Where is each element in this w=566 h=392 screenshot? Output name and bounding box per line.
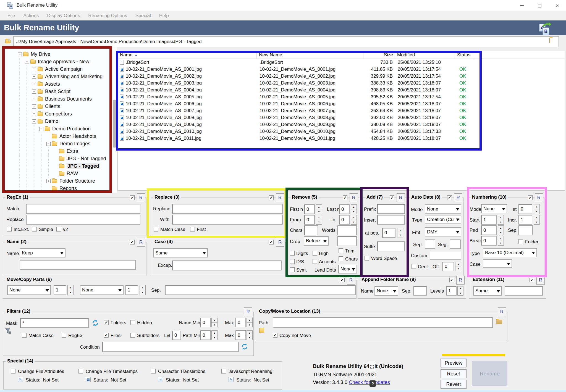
tree-item[interactable]: −Demo Production — [2, 125, 117, 133]
expand-icon[interactable]: + — [32, 67, 36, 71]
add-enable-checkbox[interactable] — [390, 195, 394, 200]
filters-path-max-stepper[interactable] — [247, 330, 253, 340]
add-prefix-input[interactable] — [377, 204, 405, 214]
numbering-start-input[interactable] — [481, 215, 497, 225]
filter-icon[interactable] — [5, 328, 11, 334]
numbering-start-stepper[interactable] — [498, 215, 504, 225]
tree-item[interactable]: −Demo — [2, 118, 117, 125]
up-folder-button[interactable]: ↑ — [3, 37, 12, 46]
numbering-incr-stepper[interactable] — [534, 215, 540, 225]
tree-item[interactable]: +Competitors — [2, 110, 117, 118]
special-translations-checkbox[interactable] — [151, 369, 156, 373]
expand-icon[interactable]: + — [46, 179, 51, 183]
auto-date-fmt-select[interactable]: DMY — [425, 227, 461, 236]
numbering-break-input[interactable] — [481, 236, 497, 246]
copy-move-path-input[interactable] — [273, 317, 493, 328]
add-at-pos-input[interactable] — [382, 228, 395, 238]
regex-simple-checkbox[interactable] — [32, 227, 37, 231]
numbering-pad-stepper[interactable] — [498, 225, 504, 235]
close-button[interactable]: × — [548, 0, 566, 11]
auto-date-enable-checkbox[interactable] — [447, 195, 452, 200]
tree-item[interactable]: RAW — [2, 170, 117, 177]
tree-item[interactable]: Extra — [2, 148, 117, 155]
append-folder-levels-input[interactable] — [446, 286, 457, 296]
numbering-break-stepper[interactable] — [498, 236, 504, 246]
filters-files-checkbox[interactable] — [104, 333, 109, 338]
collapse-icon[interactable]: − — [18, 52, 22, 56]
filters-path-min-stepper[interactable] — [211, 330, 218, 340]
expand-icon[interactable]: + — [32, 97, 36, 101]
tree-item[interactable]: +Bash Script — [2, 88, 117, 95]
tree-item[interactable]: −My Drive — [2, 51, 117, 58]
numbering-mode-select[interactable]: None — [481, 204, 507, 213]
remove-chars-checkbox[interactable] — [339, 256, 343, 261]
move-copy-sep-input[interactable] — [165, 285, 356, 295]
numbering-type-select[interactable]: Base 10 (Decimal) — [483, 248, 537, 257]
collapse-icon[interactable]: − — [32, 119, 36, 123]
special-timestamps-checkbox[interactable] — [78, 369, 83, 373]
menu-actions[interactable]: Actions — [19, 13, 43, 19]
menu-display-options[interactable]: Display Options — [43, 13, 84, 19]
auto-date-cent-checkbox[interactable] — [412, 264, 416, 269]
case-exceptions-input[interactable] — [172, 261, 282, 270]
preview-button[interactable]: Preview — [441, 359, 467, 367]
menu-renaming-options[interactable]: Renaming Options — [84, 13, 131, 19]
move-copy-n2-input[interactable] — [125, 285, 138, 295]
expand-icon[interactable]: + — [32, 90, 36, 94]
filters-match-case-checkbox[interactable] — [22, 333, 27, 338]
remove-to-stepper[interactable] — [351, 215, 357, 225]
menu-help[interactable]: Help — [155, 13, 173, 19]
file-row[interactable]: .BridgeSort.BridgeSort733 B25/08/2021 13… — [118, 59, 565, 66]
regex-match-input[interactable] — [26, 204, 140, 214]
remove-first-n-stepper[interactable] — [316, 204, 322, 214]
special-javascript-checkbox[interactable] — [221, 369, 226, 373]
filters-lvl-input[interactable] — [172, 331, 181, 340]
expand-icon[interactable]: + — [32, 75, 36, 79]
tree-item[interactable]: +Active Campaign — [2, 65, 117, 73]
numbering-at-input[interactable] — [518, 204, 532, 214]
remove-accents-checkbox[interactable] — [313, 259, 317, 264]
file-row[interactable]: 10-02-21_DemoMovie_AS_0009.jpg10-02-21_D… — [118, 121, 565, 128]
file-row[interactable]: 10-02-21_DemoMovie_AS_0005.jpg10-02-21_D… — [118, 93, 565, 100]
regex-reset-button[interactable]: R — [137, 193, 145, 202]
filters-path-max-input[interactable] — [235, 330, 246, 340]
filters-folders-checkbox[interactable] — [104, 320, 109, 325]
collapse-icon[interactable]: − — [25, 60, 29, 64]
regex-v2-checkbox[interactable] — [56, 227, 61, 231]
file-row[interactable]: 10-02-21_DemoMovie_AS_0007.jpg10-02-21_D… — [118, 107, 565, 114]
filters-hidden-checkbox[interactable] — [130, 320, 135, 325]
numbering-case-select[interactable] — [483, 259, 512, 268]
copy-not-move-checkbox[interactable] — [273, 333, 277, 338]
add-reset-button[interactable]: R — [397, 193, 405, 202]
file-row[interactable]: 10-02-21_DemoMovie_AS_0006.jpg10-02-21_D… — [118, 100, 565, 107]
remove-words-input[interactable] — [337, 225, 357, 235]
expand-icon[interactable]: + — [32, 104, 36, 109]
file-row[interactable]: 10-02-21_DemoMovie_AS_0010.jpg10-02-21_D… — [118, 128, 565, 135]
extension-enable-checkbox[interactable] — [530, 278, 534, 282]
tree-item[interactable]: +Folder Structure — [2, 177, 117, 185]
add-suffix-input[interactable] — [377, 241, 405, 251]
append-folder-levels-stepper[interactable] — [457, 286, 463, 296]
name-mode-select[interactable]: Keep — [20, 248, 65, 257]
move-copy-n2-stepper[interactable] — [140, 285, 146, 295]
column-header-name[interactable]: Name — [118, 51, 257, 59]
case-enable-checkbox[interactable] — [269, 240, 274, 244]
auto-date-mode-select[interactable]: None — [425, 204, 461, 214]
filters-path-min-input[interactable] — [200, 330, 211, 340]
extension-mode-select[interactable]: Same — [473, 286, 502, 296]
add-insert-input[interactable] — [377, 215, 405, 225]
remove-high-checkbox[interactable] — [313, 251, 317, 256]
numbering-folder-checkbox[interactable] — [518, 239, 523, 244]
remove-sym-checkbox[interactable] — [290, 267, 295, 272]
replace-enable-checkbox[interactable] — [269, 195, 274, 200]
extension-reset-button[interactable]: R — [536, 276, 545, 285]
tree-item[interactable]: +Assets — [2, 80, 117, 88]
column-header-modified[interactable]: Modified — [395, 51, 455, 59]
copy-move-reset-button[interactable]: R — [498, 307, 506, 316]
file-row[interactable]: 10-02-21_DemoMovie_AS_0002.jpg10-02-21_D… — [118, 73, 565, 80]
numbering-enable-checkbox[interactable] — [528, 195, 533, 200]
tree-item[interactable]: JPG - Not Tagged — [2, 155, 117, 162]
append-folder-name-select[interactable]: None — [374, 286, 398, 296]
add-at-pos-stepper[interactable] — [397, 228, 403, 238]
file-row[interactable]: 10-02-21_DemoMovie_AS_0004.jpg10-02-21_D… — [118, 86, 565, 93]
